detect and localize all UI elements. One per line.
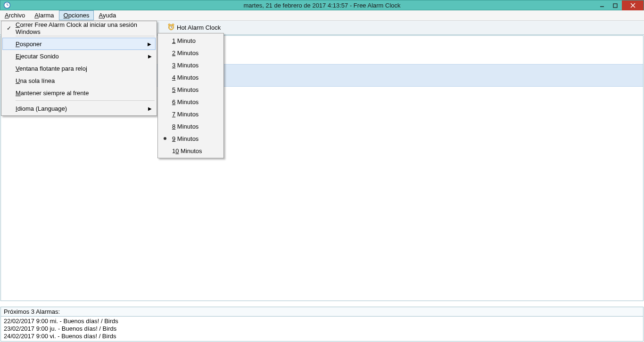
window-controls: [595, 0, 644, 10]
hot-alarm-clock-label: Hot Alarm Clock: [177, 24, 221, 31]
status-line-3: 24/02/2017 9:00 vi. - Buenos días! / Bir…: [4, 333, 640, 340]
posponer-8min[interactable]: 8 Minutos: [159, 120, 223, 132]
posponer-5min[interactable]: 5 Minutos: [159, 83, 223, 96]
close-button[interactable]: [622, 0, 644, 10]
posponer-4min[interactable]: 4 Minutos: [159, 71, 223, 83]
posponer-7min[interactable]: 7 Minutos: [159, 108, 223, 120]
menu-ayuda[interactable]: Ayuda: [94, 10, 121, 20]
hot-alarm-clock-icon: [167, 23, 175, 32]
posponer-3min[interactable]: 3 Minutos: [159, 59, 223, 71]
opt-posponer[interactable]: Posponer ▶: [2, 38, 156, 50]
menu-alarma[interactable]: Alarma: [30, 10, 58, 20]
menu-archivo[interactable]: Archivo: [0, 10, 30, 20]
title-bar: martes, 21 de febrero de 2017 4:13:57 - …: [0, 0, 644, 10]
posponer-submenu: 1 Minuto 2 Minutos 3 Minutos 4 Minutos 5…: [157, 33, 224, 158]
menu-bar: Archivo Alarma Opciones Ayuda: [0, 10, 644, 21]
check-icon: ✓: [5, 24, 13, 32]
status-line-2: 23/02/2017 9:00 ju. - Buenos días! / Bir…: [4, 325, 640, 333]
status-title: Próximos 3 Alarmas:: [1, 307, 643, 317]
opt-una-sola-linea[interactable]: Una sola línea: [2, 74, 156, 87]
opt-mantener-frente[interactable]: Mantener siempre al frente: [2, 87, 156, 99]
opt-ventana-flotante[interactable]: Ventana flotante para reloj: [2, 62, 156, 74]
status-bar: Próximos 3 Alarmas: 22/02/2017 9:00 mi. …: [0, 307, 644, 342]
posponer-6min[interactable]: 6 Minutos: [159, 96, 223, 108]
chevron-right-icon: ▶: [148, 41, 151, 47]
posponer-1min[interactable]: 1 Minuto: [159, 34, 223, 47]
posponer-9min[interactable]: 9 Minutos: [159, 132, 223, 145]
bullet-icon: [164, 137, 166, 140]
app-icon: [3, 1, 11, 9]
chevron-right-icon: ▶: [148, 54, 152, 59]
posponer-10min[interactable]: 10 Minutos: [159, 145, 223, 157]
status-line-1: 22/02/2017 9:00 mi. - Buenos días! / Bir…: [4, 318, 640, 325]
menu-separator: [16, 100, 155, 101]
hot-alarm-clock-button[interactable]: Hot Alarm Clock: [164, 22, 224, 33]
window-title: martes, 21 de febrero de 2017 4:13:57 - …: [243, 2, 400, 9]
svg-point-11: [168, 24, 170, 26]
menu-opciones[interactable]: Opciones: [59, 10, 94, 20]
opciones-dropdown: ✓ Correr Free Alarm Clock al iniciar una…: [1, 21, 157, 116]
menu-separator: [16, 36, 155, 36]
maximize-button[interactable]: [609, 0, 622, 10]
svg-point-12: [172, 24, 174, 26]
opt-idioma[interactable]: Idioma (Language) ▶: [2, 102, 156, 114]
opt-ejecutar-sonido[interactable]: Ejecutar Sonido ▶: [2, 50, 156, 62]
svg-rect-4: [613, 4, 617, 8]
minimize-button[interactable]: [595, 0, 609, 10]
posponer-2min[interactable]: 2 Minutos: [159, 47, 223, 59]
opt-run-startup[interactable]: ✓ Correr Free Alarm Clock al iniciar una…: [2, 22, 156, 34]
chevron-right-icon: ▶: [148, 106, 152, 111]
